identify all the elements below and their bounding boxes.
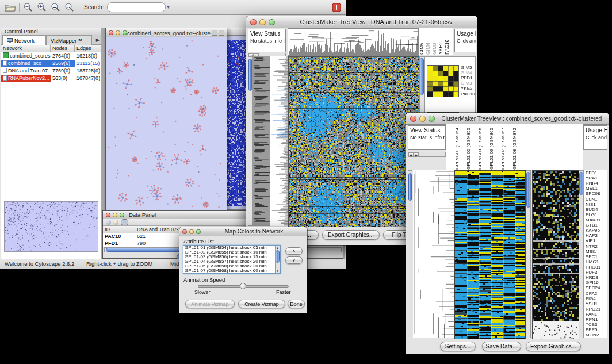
animation-speed-slider[interactable] xyxy=(198,285,289,288)
gene-label[interactable]: PEP5 xyxy=(586,327,607,332)
gene-label[interactable]: NTR2 xyxy=(586,244,607,249)
heatmap-vscrollbar[interactable] xyxy=(526,170,531,338)
scroll-thumb[interactable] xyxy=(276,250,280,263)
scroll-thumb[interactable] xyxy=(248,59,252,91)
attribute-list-item[interactable]: GPL51-01 (GSM854) heat shock 05 min xyxy=(183,246,280,250)
search-input[interactable] xyxy=(107,2,166,12)
slider-thumb[interactable] xyxy=(240,283,246,289)
select-attributes-icon[interactable] xyxy=(106,220,111,225)
gene-label[interactable]: MON2 xyxy=(586,332,607,338)
id-column-header[interactable]: ID xyxy=(103,226,135,233)
background-window-titlebar[interactable] xyxy=(225,28,247,36)
gene-label[interactable]: SEC1 xyxy=(586,254,607,259)
gene-label[interactable]: MAK31 xyxy=(586,217,607,223)
table-row[interactable]: DNA and Tran 07 7769(0) 183728(0) xyxy=(1,67,101,75)
background-network-view[interactable] xyxy=(225,36,247,209)
zoom-icon[interactable] xyxy=(429,116,435,122)
zoom-icon[interactable] xyxy=(196,229,201,234)
zoom-icon[interactable] xyxy=(123,30,127,35)
scroll-thumb[interactable] xyxy=(579,172,583,195)
tab-scroll-right-icon[interactable]: ▶ xyxy=(96,37,100,43)
save-data-button[interactable]: Save Data... xyxy=(482,342,521,351)
zoom-icon[interactable] xyxy=(120,213,124,217)
gene-label[interactable]: PHO81 xyxy=(586,265,607,270)
gene-label[interactable]: HAP3 xyxy=(586,233,607,238)
array-column-label[interactable]: GPL51-07 (GSM867 xyxy=(500,125,512,170)
animate-vizmap-button[interactable]: Animate Vizmap xyxy=(185,300,235,308)
move-down-button[interactable]: ∨ xyxy=(285,256,303,264)
close-icon[interactable] xyxy=(250,19,257,25)
tab-network[interactable]: Network xyxy=(2,35,46,45)
col-network[interactable]: Network xyxy=(1,45,51,52)
dock-icon[interactable] xyxy=(219,30,224,36)
left-vscrollbar[interactable] xyxy=(408,170,412,338)
gene-label[interactable]: YKE2 xyxy=(461,86,476,91)
scroll-thumb[interactable] xyxy=(526,172,530,208)
scroll-thumb[interactable] xyxy=(408,173,412,201)
gene-label[interactable]: CPA2 xyxy=(586,291,607,296)
close-icon[interactable] xyxy=(182,229,187,234)
settings-button[interactable]: Settings... xyxy=(440,342,476,351)
gene-label[interactable]: CLN1 xyxy=(586,197,607,202)
table-row[interactable]: combined_scores 2764(0) 16218(0) xyxy=(1,52,101,60)
expression-heatmap[interactable] xyxy=(454,170,526,339)
col-nodes[interactable]: Nodes xyxy=(51,45,75,52)
row-dendrogram[interactable] xyxy=(413,170,454,338)
expression-heatmap[interactable] xyxy=(288,56,419,227)
gene-label[interactable]: KAP95 xyxy=(586,228,607,233)
network-canvas[interactable] xyxy=(106,37,227,210)
gene-label[interactable]: FIG4 xyxy=(586,296,607,301)
close-icon[interactable] xyxy=(109,30,113,35)
gene-column-label[interactable]: GIM3 xyxy=(431,28,438,55)
minimize-icon[interactable] xyxy=(259,19,266,25)
treeview2-titlebar[interactable]: ClusterMaker TreeView : combined_scores_… xyxy=(406,113,609,125)
attribute-listbox[interactable]: GPL51-01 (GSM854) heat shock 05 minGPL51… xyxy=(183,245,281,274)
minimize-icon[interactable] xyxy=(116,30,120,35)
secondary-vscrollbar[interactable] xyxy=(579,170,584,338)
gene-label[interactable]: GPI16 xyxy=(586,280,607,285)
gene-label[interactable]: GTB1 xyxy=(586,223,607,228)
network-overview-thumbnail[interactable] xyxy=(4,201,98,252)
table-row-selected[interactable]: combined_sco 2569(6) 13112(15) xyxy=(1,60,101,67)
minimize-icon[interactable] xyxy=(113,213,117,217)
attribute-list-item[interactable]: GPL51-03 (GSM856) heat shock 15 min xyxy=(183,255,280,259)
zoom-icon[interactable] xyxy=(269,19,275,25)
array-column-label[interactable]: GPL51-08 (GSM872 xyxy=(512,125,523,170)
minimize-icon[interactable] xyxy=(189,229,194,234)
secondary-heatmap[interactable] xyxy=(532,170,579,339)
gene-label[interactable]: RPN1 xyxy=(586,317,607,322)
attribute-list-item[interactable]: GPL51-02 (GSM855) heat shock 10 min xyxy=(183,250,280,255)
create-attribute-icon[interactable] xyxy=(113,220,118,225)
gene-label[interactable]: YRA1 xyxy=(586,175,607,181)
gene-label[interactable]: HRD3 xyxy=(586,275,607,280)
scroll-left-icon[interactable]: ◀ xyxy=(408,152,414,156)
scroll-up-icon[interactable]: ▲ xyxy=(276,246,280,250)
tab-vizmapper[interactable]: VizMapper™ xyxy=(46,35,92,45)
gene-column-label[interactable]: GIM5 xyxy=(419,28,425,55)
gene-column-label[interactable]: GIM4 xyxy=(425,28,431,55)
listbox-vscrollbar[interactable]: ▲ ▼ xyxy=(275,246,280,273)
row-dendrogram[interactable] xyxy=(270,56,288,226)
gene-label[interactable]: GIM5 xyxy=(461,65,476,70)
gene-label[interactable]: MSL1 xyxy=(586,186,607,191)
zoom-fit-icon[interactable] xyxy=(51,2,61,13)
mini-hscrollbar[interactable]: ◀ ▶ xyxy=(408,152,446,157)
treeview1-titlebar[interactable]: ClusterMaker TreeView : DNA and Tran 07-… xyxy=(246,16,477,28)
zoom-selected-icon[interactable] xyxy=(64,2,75,13)
gene-column-label[interactable]: YKE2 xyxy=(438,28,444,55)
zoom-in-icon[interactable] xyxy=(37,2,47,13)
gene-label[interactable]: PUF3 xyxy=(586,270,607,275)
gene-label[interactable]: TCB3 xyxy=(586,322,607,327)
scroll-right-icon[interactable]: ▶ xyxy=(414,152,419,156)
gene-label[interactable]: SEC24 xyxy=(586,285,607,290)
close-icon[interactable] xyxy=(106,213,110,217)
float-icon[interactable] xyxy=(212,30,217,36)
column-dendrogram[interactable] xyxy=(288,28,419,56)
database-icon[interactable] xyxy=(121,219,128,225)
gene-label[interactable]: VIP1 xyxy=(586,238,607,243)
gene-column-label[interactable]: PAC10 xyxy=(444,28,450,55)
done-button[interactable]: Done xyxy=(288,300,305,308)
export-graphics-button[interactable]: Export Graphics... xyxy=(526,342,581,351)
move-up-button[interactable]: ∧ xyxy=(285,247,303,255)
gene-label[interactable]: SPC98 xyxy=(586,191,607,196)
